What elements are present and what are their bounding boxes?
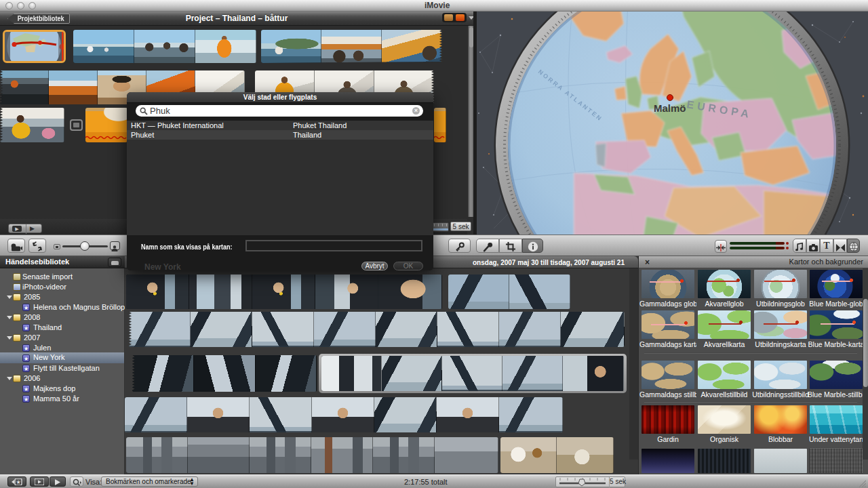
svg-text:★: ★ xyxy=(16,479,20,485)
svg-text:Malmö: Malmö xyxy=(654,102,686,114)
